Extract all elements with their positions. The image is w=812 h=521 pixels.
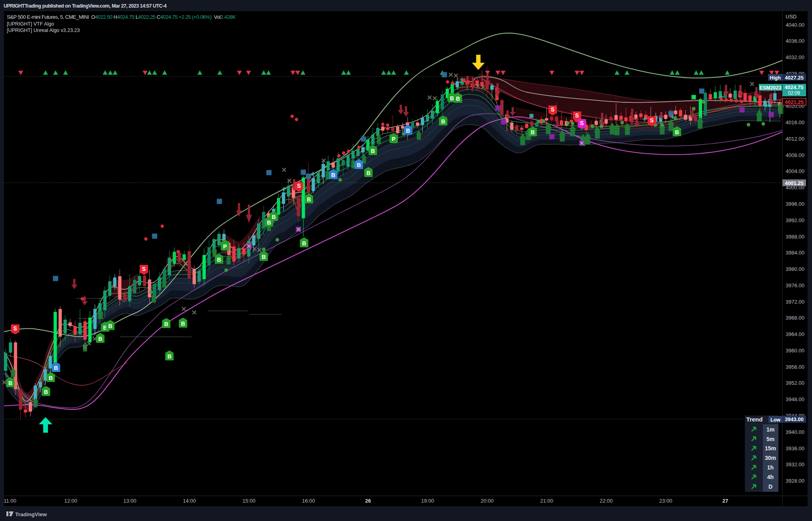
svg-text:1h: 1h bbox=[767, 464, 774, 471]
svg-text:B: B bbox=[54, 365, 58, 371]
svg-text:S: S bbox=[650, 117, 653, 123]
svg-text:3936.00: 3936.00 bbox=[786, 445, 804, 451]
svg-text:3976.00: 3976.00 bbox=[786, 282, 804, 288]
svg-text:B: B bbox=[331, 172, 335, 178]
svg-text:3928.00: 3928.00 bbox=[786, 478, 804, 484]
svg-text:ESM2023: ESM2023 bbox=[760, 85, 782, 91]
svg-text:4021.25: 4021.25 bbox=[785, 99, 804, 105]
svg-text:S: S bbox=[575, 112, 579, 119]
svg-text:High: High bbox=[770, 75, 781, 81]
svg-text:15:00: 15:00 bbox=[243, 498, 256, 504]
svg-text:B: B bbox=[8, 380, 12, 386]
svg-text:B: B bbox=[366, 170, 370, 176]
svg-text:4h: 4h bbox=[767, 474, 774, 480]
svg-text:11:00: 11:00 bbox=[4, 498, 16, 504]
svg-text:3964.00: 3964.00 bbox=[786, 331, 804, 337]
svg-text:13:00: 13:00 bbox=[123, 498, 137, 504]
svg-text:B: B bbox=[675, 129, 679, 135]
svg-text:4036.00: 4036.00 bbox=[786, 38, 804, 44]
svg-text:19:00: 19:00 bbox=[421, 498, 434, 504]
svg-text:5m: 5m bbox=[766, 436, 774, 442]
svg-text:1m: 1m bbox=[766, 426, 774, 433]
svg-text:S: S bbox=[580, 120, 583, 126]
svg-text:3972.00: 3972.00 bbox=[786, 299, 804, 305]
svg-text:B: B bbox=[456, 95, 460, 102]
svg-text:Low: Low bbox=[770, 417, 780, 423]
svg-text:4027.25: 4027.25 bbox=[785, 75, 804, 81]
svg-text:[UPRIGHT] VTF Algo: [UPRIGHT] VTF Algo bbox=[7, 21, 54, 27]
svg-text:4004.00: 4004.00 bbox=[786, 168, 804, 174]
svg-text:B: B bbox=[307, 196, 311, 203]
svg-text:3948.00: 3948.00 bbox=[786, 396, 804, 402]
svg-text:3968.00: 3968.00 bbox=[786, 315, 804, 321]
svg-text:4024.75: 4024.75 bbox=[785, 84, 804, 90]
svg-text:B: B bbox=[450, 95, 454, 101]
svg-text:20:00: 20:00 bbox=[481, 498, 494, 504]
svg-text:02:09: 02:09 bbox=[788, 90, 800, 96]
svg-text:Trend: Trend bbox=[746, 416, 763, 423]
svg-text:USD: USD bbox=[786, 14, 796, 20]
svg-text:UPRIGHTTrading published on Tr: UPRIGHTTrading published on TradingView.… bbox=[4, 3, 167, 9]
svg-text:S: S bbox=[551, 106, 554, 113]
svg-text:B: B bbox=[181, 320, 185, 327]
svg-text:B: B bbox=[49, 375, 53, 381]
svg-text:B: B bbox=[167, 353, 171, 360]
svg-text:B: B bbox=[441, 118, 445, 125]
svg-text:3952.00: 3952.00 bbox=[786, 380, 804, 386]
svg-text:3988.00: 3988.00 bbox=[786, 234, 804, 240]
svg-text:4032.00: 4032.00 bbox=[786, 54, 804, 60]
svg-text:22:00: 22:00 bbox=[600, 498, 613, 504]
svg-text:3943.00: 3943.00 bbox=[785, 416, 804, 422]
svg-text:B: B bbox=[272, 214, 276, 220]
svg-text:12:00: 12:00 bbox=[64, 498, 78, 504]
svg-text:3980.00: 3980.00 bbox=[786, 266, 804, 272]
svg-text:S: S bbox=[297, 183, 301, 189]
svg-text:4001.25: 4001.25 bbox=[785, 180, 804, 186]
svg-text:3932.00: 3932.00 bbox=[786, 461, 804, 467]
svg-text:3960.00: 3960.00 bbox=[786, 348, 804, 354]
svg-text:3956.00: 3956.00 bbox=[786, 364, 804, 370]
svg-text:P: P bbox=[223, 243, 227, 250]
svg-text:B: B bbox=[108, 323, 112, 329]
svg-text:15m: 15m bbox=[765, 445, 776, 451]
svg-text:S: S bbox=[142, 266, 145, 272]
svg-text:30m: 30m bbox=[765, 455, 776, 461]
svg-text:B: B bbox=[531, 129, 535, 135]
svg-text:16:00: 16:00 bbox=[302, 498, 315, 504]
svg-text:23:00: 23:00 bbox=[659, 498, 673, 504]
svg-text:S&P 500 E-mini Futures, 5, CME: S&P 500 E-mini Futures, 5, CME_MINI O402… bbox=[7, 14, 236, 20]
svg-text:4016.00: 4016.00 bbox=[786, 119, 804, 125]
svg-text:B: B bbox=[406, 127, 410, 134]
svg-text:14:00: 14:00 bbox=[183, 498, 196, 504]
svg-text:D: D bbox=[768, 483, 772, 490]
svg-text:B: B bbox=[164, 321, 168, 327]
svg-text:P: P bbox=[392, 136, 395, 142]
svg-text:26: 26 bbox=[365, 498, 371, 504]
svg-text:S: S bbox=[13, 325, 17, 332]
svg-text:3984.00: 3984.00 bbox=[786, 250, 804, 256]
svg-text:[UPRIGHT] Unreal Algo v3.23.23: [UPRIGHT] Unreal Algo v3.23.23 bbox=[7, 28, 80, 33]
svg-text:4040.00: 4040.00 bbox=[786, 22, 804, 28]
svg-text:B: B bbox=[44, 389, 48, 395]
svg-text:21:00: 21:00 bbox=[540, 498, 553, 504]
svg-text:B: B bbox=[371, 148, 375, 154]
svg-text:4008.00: 4008.00 bbox=[786, 152, 804, 158]
svg-text:TradingView: TradingView bbox=[15, 511, 47, 517]
svg-text:3996.00: 3996.00 bbox=[786, 201, 804, 207]
svg-text:4012.00: 4012.00 bbox=[786, 136, 804, 142]
svg-text:27: 27 bbox=[722, 498, 728, 504]
svg-text:B: B bbox=[302, 240, 306, 247]
svg-text:B: B bbox=[217, 257, 221, 263]
svg-text:3940.00: 3940.00 bbox=[786, 429, 804, 435]
svg-text:B: B bbox=[357, 162, 361, 168]
svg-text:B: B bbox=[262, 254, 266, 260]
svg-text:3992.00: 3992.00 bbox=[786, 217, 804, 223]
svg-text:B: B bbox=[98, 336, 102, 342]
